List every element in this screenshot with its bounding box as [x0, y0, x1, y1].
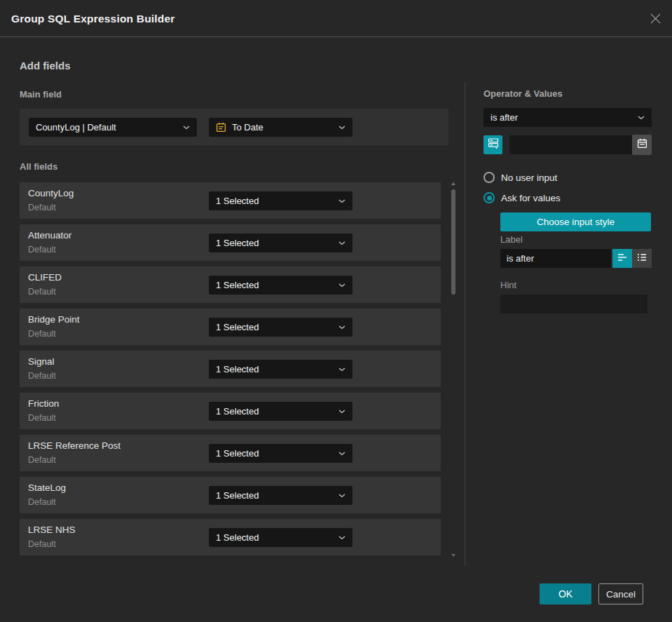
field-row-bridge-point: Bridge Point Default 1 Selected [20, 309, 441, 345]
label-caption: Label [500, 234, 523, 245]
field-selection-value: 1 Selected [216, 364, 259, 374]
field-row-signal: Signal Default 1 Selected [20, 351, 441, 387]
field-selection-value: 1 Selected [216, 490, 259, 501]
chevron-down-icon [333, 367, 345, 372]
field-name: StateLog [28, 482, 66, 493]
add-fields-heading: Add fields [20, 60, 71, 72]
main-field-panel: CountyLog | Default To Date [20, 109, 448, 145]
field-row-lrse-reference-post: LRSE Reference Post Default 1 Selected [20, 435, 441, 471]
field-name: CLIFED [28, 272, 62, 283]
field-type: Default [28, 329, 56, 339]
field-type: Default [28, 539, 56, 549]
field-type: Default [28, 245, 56, 255]
field-selection-value: 1 Selected [216, 280, 259, 290]
field-type: Default [28, 497, 56, 507]
field-selection-value: 1 Selected [216, 448, 259, 459]
choose-input-style-button[interactable]: Choose input style [500, 212, 651, 231]
hint-input[interactable] [500, 295, 647, 313]
date-field-select[interactable]: To Date [209, 118, 352, 137]
field-selection-dropdown[interactable]: 1 Selected [209, 360, 352, 379]
chevron-down-icon [333, 199, 345, 203]
radio-unselected-icon[interactable] [484, 172, 495, 183]
chevron-down-icon [333, 536, 345, 540]
field-name: Signal [28, 356, 55, 367]
date-picker-button[interactable] [632, 135, 652, 155]
chevron-down-icon [632, 116, 645, 120]
main-field-select[interactable]: CountyLog | Default [29, 118, 197, 137]
field-row-countylog: CountyLog Default 1 Selected [20, 182, 441, 219]
chevron-down-icon [333, 494, 345, 498]
field-name: Bridge Point [28, 314, 80, 325]
field-selection-value: 1 Selected [216, 322, 259, 332]
field-type: Default [28, 203, 56, 212]
dialog-titlebar: Group SQL Expression Builder [0, 0, 672, 37]
field-row-clifed: CLIFED Default 1 Selected [20, 266, 441, 303]
main-field-select-value: CountyLog | Default [36, 122, 116, 133]
field-selection-dropdown[interactable]: 1 Selected [209, 402, 352, 421]
field-type: Default [28, 455, 56, 465]
align-left-style-button[interactable] [612, 249, 632, 268]
close-icon[interactable] [648, 11, 662, 25]
all-fields-scrollbar[interactable] [451, 181, 456, 558]
field-row-statelog: StateLog Default 1 Selected [20, 477, 441, 513]
date-field-select-value: To Date [232, 122, 263, 133]
list-style-button[interactable] [632, 249, 652, 268]
dialog-title: Group SQL Expression Builder [11, 0, 175, 37]
panel-divider [465, 83, 465, 565]
operator-select-value: is after [491, 112, 518, 123]
bullet-list-icon [637, 252, 647, 265]
field-selection-value: 1 Selected [216, 238, 259, 248]
chevron-down-icon [333, 283, 345, 288]
field-selection-dropdown[interactable]: 1 Selected [209, 318, 352, 337]
value-input[interactable] [509, 135, 632, 154]
field-selection-dropdown[interactable]: 1 Selected [209, 191, 352, 210]
chevron-down-icon [333, 126, 345, 130]
field-selection-dropdown[interactable]: 1 Selected [209, 444, 352, 463]
field-selection-dropdown[interactable]: 1 Selected [209, 276, 352, 295]
chevron-down-icon [333, 410, 345, 414]
hint-caption: Hint [500, 280, 516, 290]
calendar-icon [216, 122, 226, 133]
field-selection-dropdown[interactable]: 1 Selected [209, 486, 352, 505]
input-style-segmented-control [612, 249, 652, 268]
chevron-down-icon [177, 126, 190, 130]
operator-select[interactable]: is after [484, 108, 652, 127]
field-name: LRSE NHS [28, 525, 76, 535]
stacked-inputs-icon [488, 137, 499, 152]
field-selection-value: 1 Selected [216, 196, 259, 206]
operator-values-heading: Operator & Values [484, 88, 563, 99]
radio-label: Ask for values [501, 193, 561, 203]
scrollbar-down-arrow-icon[interactable] [451, 554, 455, 557]
field-row-lrse-nhs: LRSE NHS Default 1 Selected [20, 519, 441, 555]
group-sql-expression-builder-dialog: Group SQL Expression Builder Add fields … [0, 0, 672, 622]
chevron-down-icon [333, 452, 345, 456]
all-fields-label: All fields [20, 161, 57, 172]
ok-button[interactable]: OK [540, 583, 591, 604]
label-input[interactable] [500, 249, 611, 268]
field-name: Attenuator [28, 230, 71, 241]
scrollbar-thumb[interactable] [451, 189, 455, 295]
main-field-label: Main field [20, 89, 62, 100]
field-selection-value: 1 Selected [216, 532, 259, 543]
scrollbar-up-arrow-icon[interactable] [451, 182, 455, 185]
field-type: Default [28, 413, 56, 423]
calendar-icon [637, 138, 647, 151]
radio-label: No user input [501, 173, 557, 183]
field-selection-dropdown[interactable]: 1 Selected [209, 528, 352, 547]
radio-no-user-input[interactable]: No user input [484, 172, 557, 183]
field-type: Default [28, 371, 56, 381]
field-type: Default [28, 287, 56, 297]
align-left-icon [617, 252, 627, 265]
chevron-down-icon [333, 241, 345, 245]
field-name: Friction [28, 398, 59, 409]
field-name: CountyLog [28, 188, 74, 198]
field-row-attenuator: Attenuator Default 1 Selected [20, 224, 441, 261]
cancel-button[interactable]: Cancel [598, 583, 643, 604]
chevron-down-icon [333, 325, 345, 330]
field-selection-dropdown[interactable]: 1 Selected [209, 234, 352, 252]
value-source-button[interactable] [484, 135, 502, 154]
radio-ask-for-values[interactable]: Ask for values [484, 192, 561, 203]
field-row-friction: Friction Default 1 Selected [20, 393, 441, 429]
radio-selected-icon[interactable] [484, 192, 495, 203]
field-name: LRSE Reference Post [28, 440, 121, 451]
